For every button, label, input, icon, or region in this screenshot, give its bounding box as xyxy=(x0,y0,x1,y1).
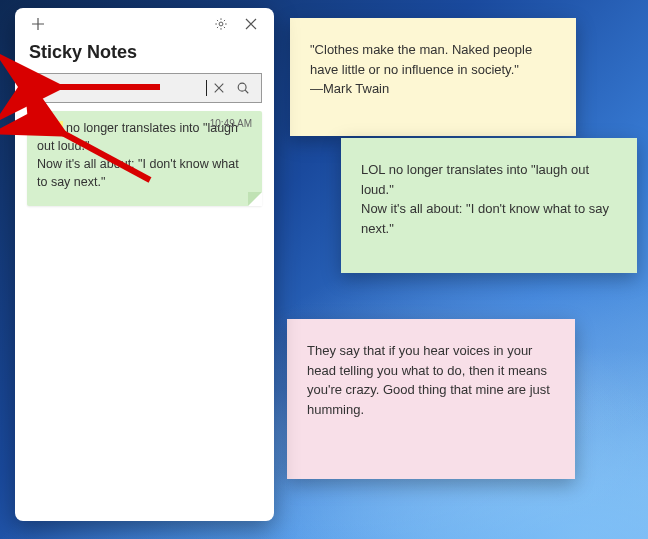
search-input[interactable] xyxy=(36,81,208,96)
note-text: They say that if you hear voices in your… xyxy=(307,341,555,419)
search-icon[interactable] xyxy=(231,76,255,100)
svg-point-0 xyxy=(219,22,223,26)
note-preview-line: Now it's all about: "I don't know what t… xyxy=(37,155,252,191)
note-text: LOL no longer translates into "laugh out… xyxy=(361,160,617,199)
search-highlight: LOL xyxy=(37,121,63,135)
clear-search-button[interactable] xyxy=(207,76,231,100)
close-button[interactable] xyxy=(236,9,266,39)
note-list-item[interactable]: 10:49 AM LOL no longer translates into "… xyxy=(27,111,262,206)
sticky-note-yellow[interactable]: "Clothes make the man. Naked people have… xyxy=(290,18,576,136)
note-text: —Mark Twain xyxy=(310,79,556,99)
note-text: Now it's all about: "I don't know what t… xyxy=(361,199,617,238)
note-text: "Clothes make the man. Naked people have… xyxy=(310,40,556,79)
new-note-button[interactable] xyxy=(23,9,53,39)
sticky-notes-window: Sticky Notes 10:49 AM LOL no longer tran… xyxy=(15,8,274,521)
titlebar xyxy=(15,8,274,40)
settings-button[interactable] xyxy=(206,9,236,39)
search-box[interactable] xyxy=(27,73,262,103)
note-fold-icon xyxy=(248,192,262,206)
app-title: Sticky Notes xyxy=(15,40,274,73)
sticky-note-green[interactable]: LOL no longer translates into "laugh out… xyxy=(341,138,637,273)
notes-list: 10:49 AM LOL no longer translates into "… xyxy=(15,103,274,521)
sticky-note-pink[interactable]: They say that if you hear voices in your… xyxy=(287,319,575,479)
svg-point-1 xyxy=(238,83,246,91)
note-timestamp: 10:49 AM xyxy=(210,117,252,132)
